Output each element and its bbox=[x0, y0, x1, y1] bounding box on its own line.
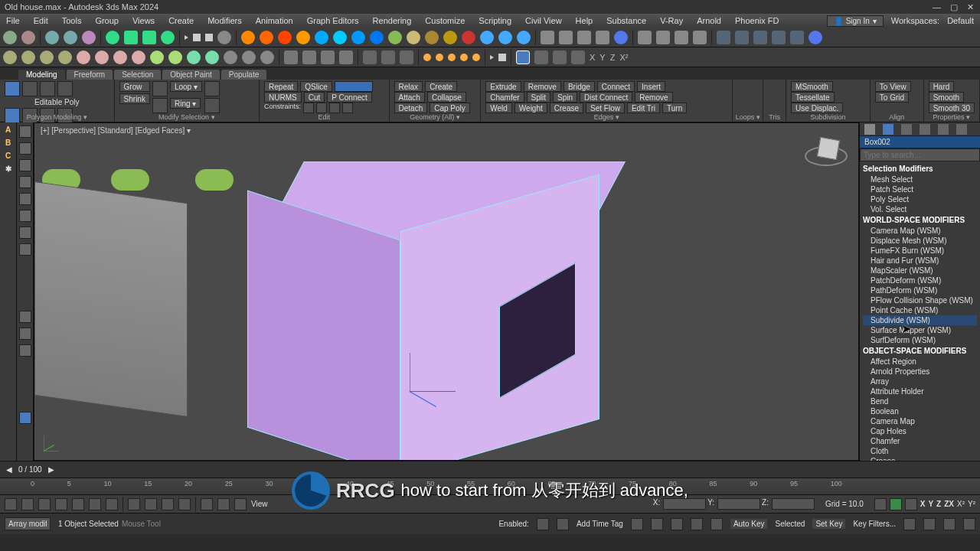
bt-iso-icon[interactable] bbox=[890, 498, 902, 510]
maxscript-listener-input[interactable] bbox=[5, 517, 51, 530]
viewport-nav1-icon[interactable] bbox=[717, 31, 730, 44]
ltool-8-icon[interactable] bbox=[19, 243, 31, 256]
select-paint-icon[interactable] bbox=[161, 31, 175, 44]
space-warp-icon[interactable] bbox=[242, 51, 256, 64]
hard-button[interactable]: Hard bbox=[929, 81, 955, 92]
toview-button[interactable]: To View bbox=[875, 81, 911, 92]
y-input[interactable] bbox=[717, 498, 760, 510]
play-icon[interactable] bbox=[185, 35, 188, 40]
tab-freeform[interactable]: Freeform bbox=[67, 70, 113, 80]
tessellate-button[interactable]: Tessellate bbox=[791, 92, 834, 103]
axis-x-icon[interactable]: X bbox=[590, 53, 595, 62]
gizmo-x-axis-icon[interactable] bbox=[410, 391, 456, 392]
modifier-item[interactable]: Vol. Select bbox=[863, 204, 977, 214]
grow-button[interactable]: Grow bbox=[119, 81, 150, 92]
bug-icon[interactable] bbox=[462, 31, 475, 44]
liquid3-icon[interactable] bbox=[351, 31, 365, 44]
object-name-field[interactable]: Box002 bbox=[860, 136, 980, 148]
maximize-icon[interactable]: ▢ bbox=[950, 2, 958, 12]
constraint-face-icon[interactable] bbox=[329, 103, 340, 113]
tube-icon[interactable] bbox=[40, 51, 54, 64]
menu-phoenix-fd[interactable]: Phoenix FD bbox=[735, 16, 779, 25]
render-setup-icon[interactable] bbox=[638, 31, 652, 44]
ltool-7-icon[interactable] bbox=[19, 227, 31, 239]
undo-icon[interactable] bbox=[3, 31, 17, 44]
display-tab-icon[interactable] bbox=[938, 124, 949, 135]
unlink-icon[interactable] bbox=[64, 31, 77, 44]
nav-max-icon[interactable] bbox=[963, 518, 975, 530]
repeat-button[interactable]: Repeat bbox=[264, 81, 298, 92]
curve3-icon[interactable] bbox=[571, 51, 585, 64]
ltool-12-icon[interactable] bbox=[19, 412, 31, 424]
remove-button[interactable]: Remove bbox=[524, 81, 561, 92]
autokey-button[interactable]: Auto Key bbox=[730, 519, 768, 529]
select-icon[interactable] bbox=[106, 31, 119, 44]
modifier-item[interactable]: Point Cache (WSM) bbox=[863, 305, 977, 315]
tab-object-paint[interactable]: Object Paint bbox=[162, 70, 219, 80]
remove2-button[interactable]: Remove bbox=[635, 92, 672, 103]
teapot-icon[interactable] bbox=[95, 51, 109, 64]
modifier-item[interactable]: Affect Region bbox=[863, 357, 977, 367]
distconnect-button[interactable]: Dist Connect bbox=[580, 92, 632, 103]
text-icon[interactable] bbox=[132, 51, 145, 64]
z-input[interactable] bbox=[772, 498, 815, 510]
bt-1-icon[interactable] bbox=[5, 498, 17, 510]
nurms-button[interactable]: NURMS bbox=[264, 92, 302, 103]
bt-5-icon[interactable] bbox=[72, 498, 84, 510]
bt-8-icon[interactable] bbox=[128, 498, 140, 510]
liquid1-icon[interactable] bbox=[315, 31, 328, 44]
viewport[interactable]: [+] [Perspective] [Standard] [Edged Face… bbox=[34, 122, 859, 461]
modifier-item[interactable]: Poly Select bbox=[863, 194, 977, 204]
letter-a-icon[interactable]: A bbox=[5, 126, 11, 134]
modifier-item[interactable]: Camera Map (WSM) bbox=[863, 226, 977, 236]
angle-snap-icon[interactable] bbox=[381, 51, 395, 64]
relax-button[interactable]: Relax bbox=[394, 81, 423, 92]
viewport-nav5-icon[interactable] bbox=[790, 31, 804, 44]
modifier-list[interactable]: Selection ModifiersMesh SelectPatch Sele… bbox=[860, 161, 980, 461]
record-icon[interactable] bbox=[217, 31, 231, 44]
menu-graph-editors[interactable]: Graph Editors bbox=[307, 16, 359, 25]
motion-tab-icon[interactable] bbox=[920, 124, 930, 135]
redo-icon[interactable] bbox=[21, 31, 35, 44]
percent-snap-icon[interactable] bbox=[400, 51, 413, 64]
nav-zoom-icon[interactable] bbox=[903, 518, 916, 530]
gizmo-z-axis-icon[interactable] bbox=[410, 353, 410, 391]
axis-y-icon[interactable]: Y bbox=[599, 53, 605, 62]
bt-13-icon[interactable] bbox=[217, 498, 230, 510]
bridge-button[interactable]: Bridge bbox=[564, 81, 595, 92]
create-tab-icon[interactable] bbox=[864, 124, 875, 135]
modify-tab-icon[interactable] bbox=[883, 124, 893, 135]
fx1-icon[interactable] bbox=[423, 54, 431, 61]
bt-r2-icon[interactable] bbox=[905, 498, 917, 510]
liquid4-icon[interactable] bbox=[370, 31, 384, 44]
ms-icon-3[interactable] bbox=[204, 81, 220, 96]
globe2-icon[interactable] bbox=[498, 31, 512, 44]
bt-6-icon[interactable] bbox=[89, 498, 101, 510]
tool-a-icon[interactable] bbox=[541, 31, 554, 44]
modifier-item[interactable]: PatchDeform (WSM) bbox=[863, 276, 977, 285]
cone-icon[interactable] bbox=[21, 51, 35, 64]
cup-icon[interactable] bbox=[425, 31, 439, 44]
bt-4-icon[interactable] bbox=[55, 498, 67, 510]
bind-icon[interactable] bbox=[82, 31, 96, 44]
liquid2-icon[interactable] bbox=[333, 31, 347, 44]
bt-r1-icon[interactable] bbox=[874, 498, 887, 510]
modifier-item[interactable]: Array bbox=[863, 377, 977, 386]
extrude-button[interactable]: Extrude bbox=[485, 81, 521, 92]
constraint-normal-icon[interactable] bbox=[342, 103, 353, 113]
modifier-item[interactable]: MapScaler (WSM) bbox=[863, 266, 977, 276]
fire1-icon[interactable] bbox=[241, 31, 255, 44]
viewport-label[interactable]: [+] [Perspective] [Standard] [Edged Face… bbox=[41, 126, 191, 135]
snap-toggle-icon[interactable] bbox=[516, 51, 530, 64]
insert-button[interactable]: Insert bbox=[637, 81, 665, 92]
bt-11-icon[interactable] bbox=[178, 498, 191, 510]
frame-slider[interactable]: ◀ 0 / 100 ▶ bbox=[0, 461, 980, 478]
tab-selection[interactable]: Selection bbox=[114, 70, 161, 80]
add-time-tag-button[interactable]: Add Time Tag bbox=[577, 520, 623, 528]
mirror-icon[interactable] bbox=[302, 51, 316, 64]
constraint-none-icon[interactable] bbox=[303, 103, 314, 113]
curve-icon[interactable] bbox=[534, 51, 548, 64]
anim-next-icon[interactable] bbox=[691, 518, 703, 530]
smooth30-button[interactable]: Smooth 30 bbox=[929, 103, 975, 113]
modifier-item[interactable]: Displace Mesh (WSM) bbox=[863, 236, 977, 246]
